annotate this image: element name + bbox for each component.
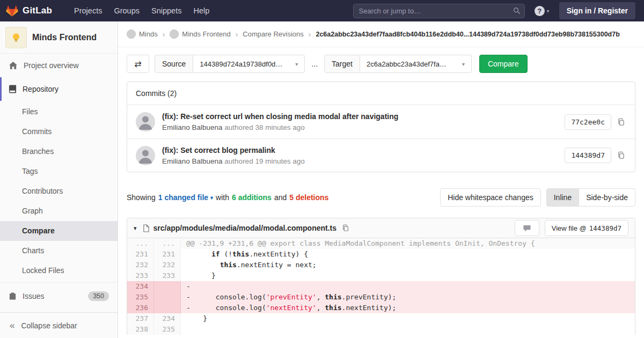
commit-title-link[interactable]: (fix): Re-set correct url when closing m… [162, 112, 565, 121]
diff-old-line-number[interactable]: 237 [127, 313, 154, 324]
diff-new-line-number[interactable] [154, 281, 181, 292]
comment-icon [523, 224, 531, 232]
chevron-down-icon: ▾ [547, 8, 550, 14]
breadcrumb-label: Compare Revisions [243, 30, 303, 38]
view-mode-toggle: Inline Side-by-side [546, 188, 635, 207]
sidebar-divider [0, 282, 118, 283]
commit-title-link[interactable]: (fix): Set correct blog permalink [162, 146, 565, 155]
commit-sha-button[interactable]: 77c2ee0c [565, 114, 611, 130]
diff-file-path-link[interactable]: src/app/modules/media/modal/modal.compon… [153, 224, 337, 232]
compare-button[interactable]: Compare [479, 55, 528, 73]
sidebar-item-tags[interactable]: Tags [0, 161, 118, 181]
sidebar-item-graph[interactable]: Graph [0, 201, 118, 221]
toggle-comments-button[interactable] [515, 220, 539, 236]
diff-code-content: } [181, 313, 635, 324]
diff-old-line-number[interactable]: ... [127, 238, 154, 249]
sidebar-item-charts[interactable]: Charts [0, 241, 118, 261]
commit-actions: 144389d7 [565, 148, 626, 163]
nav-help[interactable]: Help [187, 0, 215, 21]
commit-author-link[interactable]: Emiliano Balbuena [162, 123, 223, 131]
sidebar-item-commits[interactable]: Commits [0, 122, 118, 142]
sign-in-button[interactable]: Sign in / Register [559, 2, 635, 19]
breadcrumb-group[interactable]: Minds [127, 30, 158, 39]
search-input[interactable] [353, 4, 525, 18]
diff-new-line-number[interactable]: ... [154, 238, 181, 249]
copy-commit-sha-icon[interactable] [616, 150, 626, 160]
target-label: Target [324, 55, 360, 73]
sidebar-item-project-overview[interactable]: Project overview [0, 54, 118, 77]
inline-view-button[interactable]: Inline [546, 188, 579, 207]
gitlab-wordmark: GitLab [23, 5, 52, 16]
diff-new-line-number[interactable] [154, 303, 181, 313]
swap-icon: ⇄ [134, 59, 141, 69]
breadcrumb-project[interactable]: Minds Frontend [170, 30, 230, 39]
commit-sha-button[interactable]: 144389d7 [565, 148, 611, 163]
main-content: Minds › Minds Frontend › Compare Revisio… [118, 21, 644, 338]
diff-new-line-number[interactable]: 233 [154, 270, 181, 281]
help-menu[interactable]: ? ▾ [535, 6, 550, 16]
diff-old-line-number[interactable]: 235 [127, 292, 154, 303]
breadcrumb-separator-icon: › [163, 30, 165, 39]
diff-old-line-number[interactable]: 231 [127, 249, 154, 260]
nav-groups[interactable]: Groups [108, 0, 145, 21]
global-search [353, 4, 525, 18]
diff-new-line-number[interactable]: 235 [154, 324, 181, 335]
breadcrumb: Minds › Minds Frontend › Compare Revisio… [118, 21, 644, 47]
target-ref-dropdown[interactable]: 2c6a2abbc23a43def7fa… ▾ [360, 55, 472, 73]
breadcrumb-compare-revisions[interactable]: Compare Revisions [243, 30, 303, 38]
diff-old-line-number[interactable]: 234 [127, 281, 154, 292]
diff-old-line-number[interactable]: 232 [127, 260, 154, 270]
nav-projects[interactable]: Projects [68, 0, 108, 21]
commit-time: 38 minutes ago [255, 123, 304, 131]
repository-sub-list: FilesCommitsBranchesTagsContributorsGrap… [0, 101, 118, 281]
sidebar-item-issues[interactable]: Issues 350 [0, 284, 118, 308]
hide-whitespace-button[interactable]: Hide whitespace changes [440, 188, 541, 207]
sidebar-item-branches[interactable]: Branches [0, 142, 118, 161]
diff-new-line-number[interactable]: 231 [154, 249, 181, 260]
gitlab-logo[interactable]: GitLab [5, 4, 52, 17]
changed-files-label: 1 changed file [158, 193, 208, 202]
and-text: and [274, 193, 287, 202]
diff-line-context: 231231 if (!this.nextEntity) { [127, 249, 635, 260]
commits-panel: Commits (2) (fix): Re-set correct url wh… [127, 82, 635, 172]
project-header[interactable]: Minds Frontend [0, 21, 118, 54]
commit-row: (fix): Set correct blog permalink Emilia… [127, 138, 635, 172]
sidebar-item-files[interactable]: Files [0, 102, 118, 122]
swap-revisions-button[interactable]: ⇄ [127, 55, 149, 73]
sidebar-item-contributors[interactable]: Contributors [0, 181, 118, 201]
search-icon [513, 7, 521, 16]
source-ref-dropdown[interactable]: 144389d724a19738df0d… ▾ [193, 55, 305, 73]
diff-code-content: @@ -231,9 +231,6 @@ export class MediaMo… [181, 238, 635, 249]
diff-view-controls: Hide whitespace changes Inline Side-by-s… [440, 188, 635, 207]
view-file-button[interactable]: View file @ 144389d7 [545, 220, 628, 236]
changed-files-dropdown[interactable]: 1 changed file ▾ [158, 193, 213, 202]
copy-commit-sha-icon[interactable] [616, 117, 626, 127]
commit-row: (fix): Re-set correct url when closing m… [127, 105, 635, 138]
commit-meta: Emiliano Balbuena authored 38 minutes ag… [162, 123, 305, 131]
sidebar-item-repository[interactable]: Repository [0, 77, 118, 101]
copy-file-path-icon[interactable] [341, 223, 350, 233]
diff-new-line-number[interactable] [154, 292, 181, 303]
diff-old-line-number[interactable]: 233 [127, 270, 154, 281]
main-nav: Projects Groups Snippets Help [68, 0, 215, 21]
help-icon: ? [535, 6, 545, 16]
collapse-diff-icon[interactable]: ▾ [134, 225, 137, 232]
diff-new-line-number[interactable]: 234 [154, 313, 181, 324]
diff-old-line-number[interactable]: 238 [127, 324, 154, 335]
diff-file-header: ▾ src/app/modules/media/modal/modal.comp… [127, 218, 635, 238]
breadcrumb-separator-icon: › [309, 30, 311, 39]
diff-new-line-number[interactable]: 232 [154, 260, 181, 270]
chevron-down-icon: ▾ [462, 61, 465, 67]
breadcrumb-current-sha-range: 2c6a2abbc23a43def7faad8fcb404b116e2ddb40… [316, 31, 619, 38]
commit-author-link[interactable]: Emiliano Balbuena [162, 157, 223, 165]
diff-code-content: if (!this.nextEntity) { [181, 249, 635, 260]
diff-code-content: this.nextEntity = next; [181, 260, 635, 270]
diff-old-line-number[interactable]: 236 [127, 303, 154, 313]
source-ref-group: Source 144389d724a19738df0d… ▾ [155, 55, 305, 73]
commits-panel-title: Commits (2) [127, 82, 635, 105]
nav-snippets[interactable]: Snippets [145, 0, 187, 21]
collapse-sidebar-button[interactable]: « Collapse sidebar [0, 312, 118, 338]
side-by-side-view-button[interactable]: Side-by-side [579, 188, 635, 207]
sidebar-item-locked-files[interactable]: Locked Files [0, 261, 118, 281]
sidebar-item-compare[interactable]: Compare [0, 221, 118, 241]
